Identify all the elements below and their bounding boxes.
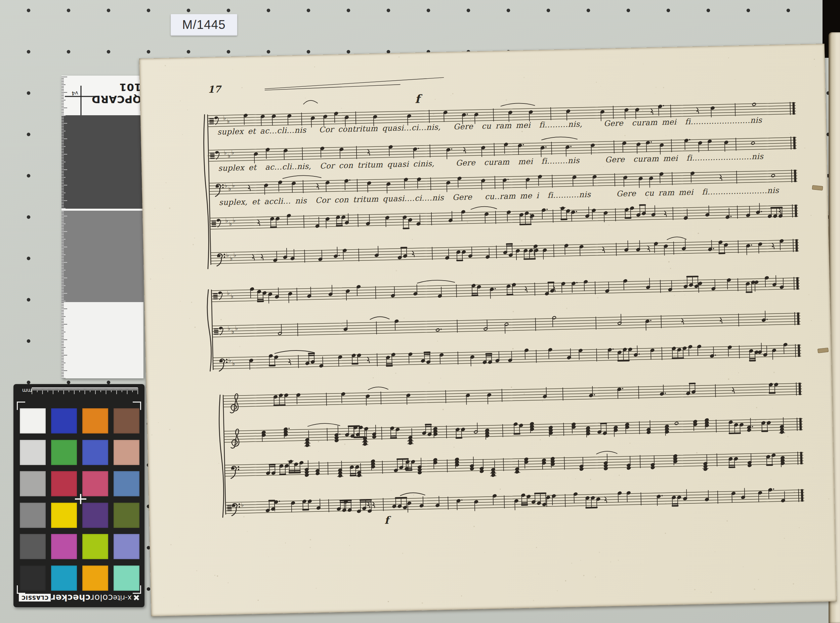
svg-text:♭: ♭ (227, 290, 230, 296)
color-patch (82, 503, 108, 528)
dynamic-marking: f (415, 92, 420, 106)
svg-text:♭: ♭ (226, 252, 229, 258)
color-patch (82, 440, 108, 465)
shelfmark-text: M/1445 (182, 18, 225, 32)
xrite-logo: x-rite (113, 594, 139, 602)
svg-text:♭: ♭ (232, 182, 235, 189)
color-patch (82, 408, 108, 433)
svg-text:♭: ♭ (229, 221, 232, 227)
digitization-photo-stage: M/1445 QPCARD 101 v4 mm x-rite (0, 0, 840, 623)
color-patch (113, 408, 139, 433)
svg-text:♭: ♭ (231, 328, 234, 335)
color-patch (82, 534, 108, 559)
svg-text:♭: ♭ (227, 325, 230, 331)
qpcard-mid-patch (61, 211, 144, 302)
color-patch (51, 471, 77, 496)
dynamic-marking: f (385, 514, 389, 526)
color-patch (113, 566, 139, 591)
color-patch (51, 566, 77, 591)
color-patch (20, 534, 46, 559)
svg-text:♭: ♭ (223, 115, 226, 121)
color-patch (20, 566, 46, 591)
color-patch (51, 503, 77, 528)
color-patch (82, 566, 108, 591)
svg-text:♭: ♭ (228, 186, 231, 192)
svg-text:♭: ♭ (233, 252, 236, 258)
colorchecker-mm-ruler (14, 384, 144, 396)
qpcard-dark-patch (61, 115, 144, 209)
svg-text:♭: ♭ (231, 149, 234, 156)
classic-badge: CLASSIC (19, 594, 51, 602)
color-patch (20, 408, 46, 433)
svg-text:♭: ♭ (224, 149, 227, 156)
svg-text:♭: ♭ (224, 182, 227, 189)
color-patch (51, 408, 77, 433)
color-patch (113, 440, 139, 465)
page-number: 17 (208, 84, 221, 95)
color-patch (20, 503, 46, 528)
shelfmark-label: M/1445 (171, 14, 237, 35)
wordmark-bold: checker (51, 593, 91, 603)
colorchecker-branding: x-rite colorchecker CLASSIC (19, 591, 139, 605)
color-patch (51, 440, 77, 465)
color-patch (113, 503, 139, 528)
color-patch (51, 534, 77, 559)
center-cross-icon (75, 494, 86, 504)
color-patch (113, 471, 139, 496)
colorchecker-card: mm x-rite colorchecker CLASSIC (14, 384, 144, 607)
svg-text:♭: ♭ (235, 325, 238, 331)
qpcard-mm-ruler (61, 75, 69, 378)
svg-text:♭: ♭ (225, 217, 228, 224)
svg-text:♭: ♭ (227, 118, 230, 125)
qpcard-grayscale-card: QPCARD 101 v4 (61, 75, 144, 378)
color-patch (20, 471, 46, 496)
manuscript-page: ♭♭♭♭♭♭♭♭♭♭♭♭♭♭♭♭♭♭♭♭♭♭ 17 suplex et ac..… (139, 44, 837, 616)
wordmark-light: color (90, 593, 113, 603)
svg-text:♭: ♭ (228, 357, 231, 364)
mm-unit-label: mm (22, 387, 32, 393)
svg-text:♭: ♭ (230, 293, 233, 299)
svg-text:♭: ♭ (230, 255, 233, 262)
svg-text:♭: ♭ (227, 153, 230, 159)
xrite-text: x-rite (113, 594, 132, 602)
color-patch (20, 440, 46, 465)
color-patch (113, 534, 139, 559)
xrite-x-icon (134, 595, 139, 600)
qpcard-light-patch (61, 302, 144, 378)
colorchecker-wordmark: colorchecker (51, 593, 113, 603)
svg-text:♭: ♭ (232, 360, 235, 367)
svg-text:♭: ♭ (233, 217, 235, 224)
svg-text:♭: ♭ (241, 501, 244, 508)
color-patch (82, 471, 108, 496)
